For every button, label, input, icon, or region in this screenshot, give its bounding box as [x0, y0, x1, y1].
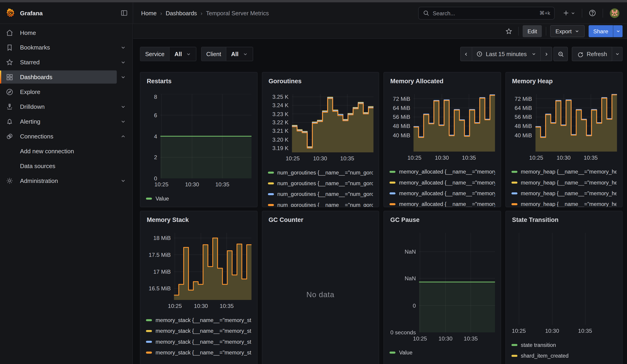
panel-title[interactable]: Restarts	[146, 72, 251, 89]
chart-svg[interactable]	[160, 94, 252, 178]
chart-svg[interactable]	[419, 233, 495, 332]
sidebar-item-starred[interactable]: Starred	[0, 55, 132, 70]
chevron-down-icon[interactable]	[120, 45, 126, 51]
sidebar-item-alerting[interactable]: Alerting	[0, 114, 132, 129]
legend-item[interactable]: num_goroutines {__name__="num_gorout	[268, 178, 373, 189]
chevron-down-icon[interactable]	[120, 178, 126, 184]
y-tick-label: 64 MiB	[511, 105, 532, 111]
panel-state-transition[interactable]: State Transition 10:2510:3010:35 state t…	[505, 211, 623, 364]
panel-gc-pause[interactable]: GC Pause 10:2510:3010:35NaNNaN00 seconds…	[383, 211, 501, 364]
legend-item[interactable]: shard_item_created	[511, 350, 617, 361]
panel-title[interactable]: Memory Allocated	[389, 72, 495, 89]
sidebar-collapse-icon[interactable]	[120, 9, 128, 17]
x-tick-label: 10:30	[438, 335, 452, 342]
legend-item[interactable]: num_goroutines {__name__="num_gorout	[268, 189, 373, 200]
user-avatar[interactable]	[607, 7, 622, 19]
time-shift-back-button[interactable]	[460, 47, 472, 61]
edit-button[interactable]: Edit	[522, 25, 542, 37]
legend-label: memory_stack {__name__="memory_st	[156, 350, 251, 356]
legend-item[interactable]: Value	[389, 347, 495, 358]
legend-item[interactable]: memory_stack {__name__="memory_st	[146, 347, 251, 358]
service-filter[interactable]: Service All	[140, 47, 196, 61]
legend-item[interactable]: memory_allocated {__name__="memory_a	[389, 199, 495, 207]
y-tick-label: 4	[146, 133, 157, 139]
panel-title[interactable]: GC Pause	[389, 211, 495, 228]
sidebar-item-drilldown[interactable]: Drilldown	[0, 99, 132, 114]
panel-title[interactable]: Memory Stack	[146, 211, 251, 228]
legend-color-marker	[389, 352, 395, 354]
panel-title[interactable]: State Transition	[511, 211, 617, 228]
time-range-picker[interactable]: Last 15 minutes	[472, 47, 540, 61]
legend-item[interactable]: memory_stack {__name__="memory_st	[146, 315, 251, 325]
client-filter[interactable]: Client All	[201, 47, 253, 61]
sidebar-item-connections[interactable]: Connections	[0, 129, 132, 144]
legend-item[interactable]: Value	[146, 193, 251, 204]
sidebar-item-add-new-connection[interactable]: Add new connection	[0, 144, 132, 158]
sidebar-item-bookmarks[interactable]: Bookmarks	[0, 40, 132, 55]
legend-item[interactable]: memory_heap {__name__="memory_hea	[511, 188, 617, 199]
chart-svg[interactable]	[535, 94, 617, 152]
chevron-down-icon[interactable]	[120, 59, 126, 65]
time-shift-forward-button[interactable]	[540, 47, 552, 61]
legend-item[interactable]: memory_allocated {__name__="memory_a	[389, 177, 495, 188]
chart-svg[interactable]	[292, 94, 373, 152]
panel-memory-stack[interactable]: Memory Stack 10:2510:3010:3518 MiB17.5 M…	[140, 211, 258, 364]
legend-label: memory_stack {__name__="memory_st	[156, 339, 251, 345]
y-tick-label: 0	[146, 175, 157, 182]
chart-svg[interactable]	[413, 94, 495, 152]
share-dropdown-button[interactable]	[613, 25, 623, 37]
add-button[interactable]	[560, 7, 578, 19]
x-tick-label: 10:35	[584, 155, 598, 161]
y-tick-label: 72 MiB	[511, 96, 532, 102]
refresh-button[interactable]: Refresh	[572, 47, 612, 61]
panel-memory-heap[interactable]: Memory Heap 10:2510:3010:3572 MiB64 MiB5…	[505, 72, 623, 207]
panel-restarts[interactable]: Restarts 10:2510:3010:3586420 Value	[140, 72, 258, 207]
divider	[518, 27, 519, 36]
legend-item[interactable]: memory_heap {__name__="memory_hea	[511, 166, 617, 177]
legend: state transitionshard_item_created	[511, 340, 617, 361]
legend-item[interactable]: memory_allocated {__name__="memory_a	[389, 188, 495, 199]
sidebar-item-data-sources[interactable]: Data sources	[0, 158, 132, 173]
legend-item[interactable]: memory_stack {__name__="memory_st	[146, 326, 251, 336]
client-filter-value[interactable]: All	[226, 47, 253, 61]
refresh-interval-dropdown[interactable]	[612, 47, 623, 61]
chevron-down-icon[interactable]	[120, 74, 126, 80]
service-filter-value[interactable]: All	[170, 47, 196, 61]
panel-goroutines[interactable]: Goroutines 10:2510:3010:353.25 K3.24 K3.…	[262, 72, 379, 207]
legend-item[interactable]: state transition	[511, 340, 617, 350]
sidebar-item-explore[interactable]: Explore	[0, 84, 132, 99]
legend-item[interactable]: memory_allocated {__name__="memory_a	[389, 166, 495, 177]
panel-memory-allocated[interactable]: Memory Allocated 10:2510:3010:3572 MiB64…	[383, 72, 501, 207]
legend-item[interactable]: num_goroutines {__name__="num_gorout	[268, 167, 373, 178]
sidebar-item-dashboards[interactable]: Dashboards	[0, 70, 132, 84]
zoom-out-button[interactable]	[554, 47, 568, 61]
legend: num_goroutines {__name__="num_goroutnum_…	[268, 167, 373, 207]
panel-gc-counter[interactable]: GC Counter No data	[262, 211, 379, 364]
search-input[interactable]: Search... ⌘+k	[418, 7, 555, 19]
legend-item[interactable]: memory_heap {__name__="memory_hea	[511, 199, 617, 207]
favorite-star-icon[interactable]	[503, 27, 514, 35]
chevron-up-icon[interactable]	[120, 133, 126, 139]
export-button[interactable]: Export	[550, 25, 585, 37]
legend-label: num_goroutines {__name__="num_gorout	[277, 202, 373, 207]
chart-svg[interactable]	[518, 233, 617, 325]
sidebar-item-home[interactable]: Home	[0, 25, 132, 40]
x-tick-label: 10:35	[220, 303, 234, 309]
chevron-down-icon	[575, 29, 579, 34]
help-button[interactable]	[586, 7, 598, 19]
panel-title[interactable]: Memory Heap	[511, 72, 617, 89]
panel-title[interactable]: Goroutines	[268, 72, 373, 89]
chevron-down-icon[interactable]	[120, 104, 126, 109]
legend-color-marker	[146, 352, 152, 354]
legend: memory_allocated {__name__="memory_amemo…	[389, 166, 495, 207]
chevron-down-icon[interactable]	[120, 119, 126, 124]
breadcrumb-home[interactable]: Home	[141, 10, 157, 16]
breadcrumb-dashboards[interactable]: Dashboards	[166, 10, 197, 16]
legend-item[interactable]: num_goroutines {__name__="num_gorout	[268, 200, 373, 207]
share-button[interactable]: Share	[588, 25, 613, 37]
legend-item[interactable]: memory_stack {__name__="memory_st	[146, 336, 251, 347]
legend-item[interactable]: memory_heap {__name__="memory_hea	[511, 177, 617, 188]
chart-svg[interactable]	[174, 233, 252, 300]
y-tick-label: 3.23 K	[268, 111, 288, 117]
sidebar-item-administration[interactable]: Administration	[0, 173, 132, 188]
